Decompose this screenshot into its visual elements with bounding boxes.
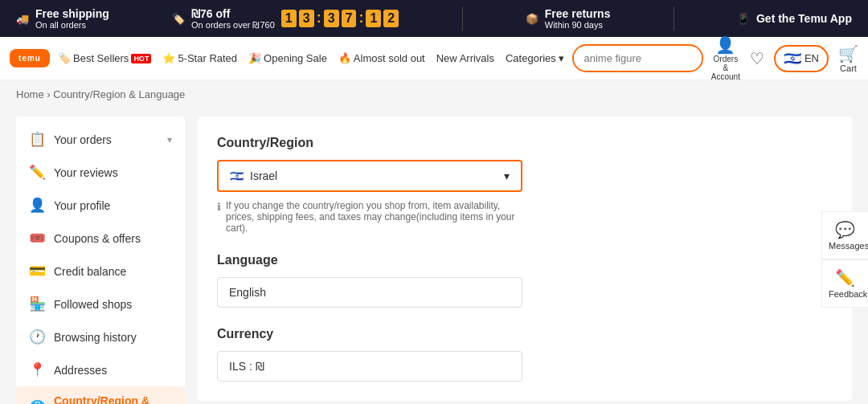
sidebar-credit-label: Credit balance bbox=[54, 265, 126, 278]
truck-icon: 🚚 bbox=[16, 13, 29, 25]
returns-sub: Within 90 days bbox=[545, 20, 611, 30]
nav-opening-sale[interactable]: 🎉 Opening Sale bbox=[248, 52, 327, 64]
sidebar-item-browsing-history[interactable]: 🕐 Browsing history bbox=[16, 320, 185, 353]
returns-title: Free returns bbox=[545, 7, 611, 20]
discount-title: ₪76 off bbox=[191, 7, 275, 20]
discount-sub: On orders over ₪760 bbox=[191, 20, 275, 31]
nav-opening-sale-label: Opening Sale bbox=[264, 52, 327, 64]
sidebar-country-label: Country/Region & Language bbox=[54, 394, 172, 404]
main-content: 📋 Your orders ▾ ✏️ Your reviews 👤 Your p… bbox=[0, 108, 868, 404]
country-dropdown[interactable]: 🇮🇱 Israel ▾ bbox=[217, 160, 522, 192]
profile-icon: 👤 bbox=[29, 197, 46, 214]
fire-icon: 🔥 bbox=[338, 52, 351, 64]
sidebar-your-orders-label: Your orders bbox=[54, 133, 112, 146]
selected-country: Israel bbox=[250, 169, 277, 182]
nav-5star[interactable]: ⭐ 5-Star Rated bbox=[162, 52, 237, 64]
phone-icon: 📱 bbox=[737, 13, 750, 25]
lang-label: EN bbox=[805, 52, 819, 64]
info-icon: ℹ bbox=[217, 201, 221, 213]
nav-new-arrivals-label: New Arrivals bbox=[436, 52, 494, 64]
israel-flag-small-icon: 🇮🇱 bbox=[230, 169, 244, 182]
nav-5star-label: 5-Star Rated bbox=[178, 52, 237, 64]
currency-section-title: Currency bbox=[217, 327, 833, 341]
language-section-title: Language bbox=[217, 253, 833, 267]
orders-account-label: Orders &Account bbox=[711, 55, 740, 81]
country-dropdown-left: 🇮🇱 Israel bbox=[230, 169, 277, 182]
chevron-down-icon: ▾ bbox=[167, 134, 172, 145]
country-info: ℹ If you change the country/region you s… bbox=[217, 200, 522, 234]
orders-account-button[interactable]: 👤 Orders &Account bbox=[711, 35, 740, 81]
nav-links: 🏷️ Best Sellers HOT ⭐ 5-Star Rated 🎉 Ope… bbox=[58, 52, 564, 64]
selected-language: English bbox=[229, 286, 266, 299]
location-icon: 📍 bbox=[29, 361, 46, 378]
nav-almost-sold-out-label: Almost sold out bbox=[354, 52, 425, 64]
feedback-button[interactable]: ✏️ Feedback bbox=[821, 259, 868, 308]
logo[interactable]: temu bbox=[10, 49, 50, 67]
tag-small-icon: 🏷️ bbox=[58, 52, 71, 64]
feedback-label: Feedback bbox=[829, 289, 867, 299]
timer-d4: 7 bbox=[342, 10, 357, 27]
nav-categories[interactable]: Categories ▾ bbox=[506, 52, 564, 64]
returns-icon: 📦 bbox=[526, 13, 538, 25]
sidebar-followed-label: Followed shops bbox=[54, 298, 132, 311]
app-banner[interactable]: 📱 Get the Temu App bbox=[737, 12, 852, 25]
nav-actions: 👤 Orders &Account ♡ 🇮🇱 EN 🛒 Cart bbox=[711, 35, 858, 81]
search-input[interactable] bbox=[574, 47, 702, 69]
sale-icon: 🎉 bbox=[248, 52, 261, 64]
content-area: Country/Region 🇮🇱 Israel ▾ ℹ If you chan… bbox=[198, 116, 852, 404]
search-bar: 🔍 bbox=[572, 44, 702, 72]
sidebar-item-credit-balance[interactable]: 💳 Credit balance bbox=[16, 255, 185, 288]
shipping-sub: On all orders bbox=[35, 20, 109, 30]
nav-best-sellers[interactable]: 🏷️ Best Sellers HOT bbox=[58, 52, 151, 64]
messages-label: Messages bbox=[829, 241, 868, 251]
right-panel: 💬 Messages ✏️ Feedback bbox=[821, 211, 868, 308]
shipping-banner: 🚚 Free shipping On all orders bbox=[16, 7, 109, 30]
message-icon: 💬 bbox=[829, 220, 862, 239]
sidebar-addresses-label: Addresses bbox=[54, 364, 107, 377]
hot-badge: HOT bbox=[131, 54, 151, 63]
sidebar-item-your-profile[interactable]: 👤 Your profile bbox=[16, 189, 185, 222]
timer-d6: 2 bbox=[383, 10, 399, 27]
nav-categories-label: Categories ▾ bbox=[506, 52, 564, 64]
currency-section: Currency ILS : ₪ bbox=[217, 327, 833, 382]
sidebar-coupons-label: Coupons & offers bbox=[54, 232, 141, 245]
language-button[interactable]: 🇮🇱 EN bbox=[774, 45, 829, 72]
shipping-title: Free shipping bbox=[35, 7, 109, 20]
selected-currency: ILS : ₪ bbox=[229, 360, 264, 373]
sidebar-item-your-orders[interactable]: 📋 Your orders ▾ bbox=[16, 123, 185, 156]
breadcrumb-home[interactable]: Home bbox=[16, 88, 44, 100]
nav-best-sellers-label: Best Sellers bbox=[73, 52, 129, 64]
coupon-icon: 🎟️ bbox=[29, 230, 46, 247]
timer-banner: 🏷️ ₪76 off On orders over ₪760 1 3 : 3 7… bbox=[172, 7, 399, 31]
info-message: If you change the country/region you sho… bbox=[226, 200, 522, 234]
sidebar-item-country-region-language[interactable]: 🌐 Country/Region & Language bbox=[16, 386, 185, 404]
language-section: Language English bbox=[217, 253, 833, 308]
countdown-timer: 1 3 : 3 7 : 1 2 bbox=[281, 10, 399, 27]
country-section-title: Country/Region bbox=[217, 136, 833, 150]
credit-icon: 💳 bbox=[29, 263, 46, 280]
star-icon: ⭐ bbox=[162, 52, 175, 64]
tag-icon: 🏷️ bbox=[172, 13, 185, 25]
timer-d1: 1 bbox=[281, 10, 297, 27]
language-display: English bbox=[217, 277, 522, 308]
nav-almost-sold-out[interactable]: 🔥 Almost sold out bbox=[338, 52, 425, 64]
israel-flag-icon: 🇮🇱 bbox=[784, 50, 801, 67]
nav-new-arrivals[interactable]: New Arrivals bbox=[436, 52, 494, 64]
returns-banner: 📦 Free returns Within 90 days bbox=[526, 7, 611, 30]
sidebar-item-your-reviews[interactable]: ✏️ Your reviews bbox=[16, 156, 185, 189]
sidebar-item-coupons-offers[interactable]: 🎟️ Coupons & offers bbox=[16, 222, 185, 255]
currency-display: ILS : ₪ bbox=[217, 351, 522, 382]
wishlist-button[interactable]: ♡ bbox=[750, 49, 764, 68]
orders-icon: 📋 bbox=[29, 131, 46, 148]
heart-icon: ♡ bbox=[750, 49, 764, 68]
sidebar-your-profile-label: Your profile bbox=[54, 199, 110, 212]
top-banner: 🚚 Free shipping On all orders 🏷️ ₪76 off… bbox=[0, 0, 868, 37]
sidebar-browsing-label: Browsing history bbox=[54, 331, 137, 344]
timer-d2: 3 bbox=[299, 10, 314, 27]
messages-button[interactable]: 💬 Messages bbox=[821, 211, 868, 259]
cart-button[interactable]: 🛒 Cart bbox=[838, 44, 858, 73]
sidebar-item-followed-shops[interactable]: 🏪 Followed shops bbox=[16, 288, 185, 320]
sidebar-item-addresses[interactable]: 📍 Addresses bbox=[16, 353, 185, 386]
cart-icon: 🛒 bbox=[838, 44, 858, 63]
cart-label: Cart bbox=[840, 63, 857, 73]
